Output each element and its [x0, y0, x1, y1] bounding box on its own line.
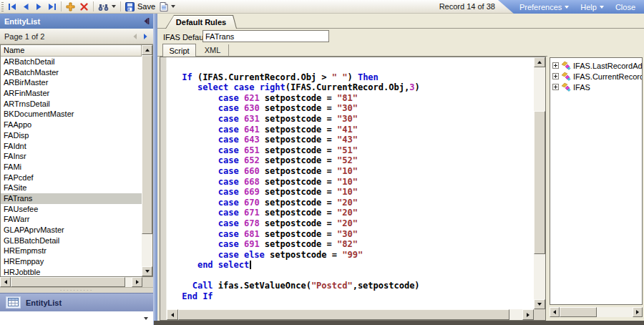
scrollbar-thumb[interactable]	[178, 309, 509, 320]
tree-horizontal-scrollbar[interactable]	[550, 307, 643, 317]
save-button[interactable]: Save	[123, 1, 157, 12]
scrollbar-corner	[534, 309, 545, 320]
expand-plus-icon[interactable]	[552, 84, 559, 90]
scroll-right-button[interactable]	[522, 309, 534, 320]
code-horizontal-scrollbar[interactable]	[167, 309, 534, 320]
rule-icon	[561, 72, 571, 81]
list-item[interactable]: FAUsefee	[1, 204, 142, 215]
triangle-right-icon	[636, 310, 639, 314]
menu-close[interactable]: Close	[615, 3, 635, 11]
list-item[interactable]: FASite	[1, 183, 142, 193]
entity-list-rows: ARBatchDetailARBatchMasterARBirMasterARF…	[1, 57, 142, 276]
vertical-splitter[interactable]	[153, 14, 157, 325]
list-vertical-scrollbar[interactable]	[142, 45, 152, 276]
scrollbar-track[interactable]	[597, 307, 633, 317]
find-button[interactable]	[96, 1, 118, 12]
tab-default-rules[interactable]: Default Rules	[165, 15, 237, 29]
toolbar-drag-handle[interactable]	[1, 2, 4, 11]
scroll-left-button[interactable]	[167, 309, 178, 320]
toolbar-separator	[93, 1, 94, 11]
window-bottom-edge	[154, 321, 644, 325]
list-item[interactable]: FAPcdef	[1, 173, 142, 183]
list-item[interactable]: GLBBatchDetail	[1, 236, 142, 246]
list-item[interactable]: FAWarr	[1, 214, 142, 225]
page-previous-icon[interactable]	[132, 33, 138, 40]
scroll-down-button[interactable]	[534, 299, 545, 309]
list-item[interactable]: BKDocumentMaster	[1, 109, 142, 120]
list-item[interactable]: FAMi	[1, 162, 142, 173]
list-item[interactable]: HRJobtble	[1, 267, 142, 277]
code-editor[interactable]: If (IFAS.CurrentRecord.Obj > " ") Then s…	[167, 57, 534, 309]
scrollbar-corner	[142, 277, 153, 287]
scroll-right-button[interactable]	[132, 277, 142, 287]
tab-script[interactable]: Script	[162, 44, 196, 57]
find-dropdown-arrow[interactable]	[112, 5, 116, 8]
ifas-default-input[interactable]	[203, 30, 329, 42]
scroll-up-button[interactable]	[142, 45, 152, 55]
binoculars-icon	[98, 2, 109, 11]
code-vertical-scrollbar[interactable]	[534, 57, 545, 309]
list-item[interactable]: HREmpmstr	[1, 246, 142, 256]
expand-plus-icon[interactable]	[552, 73, 559, 79]
tree-item[interactable]: IFAS.LastRecordAdd	[550, 60, 642, 71]
previous-record-button[interactable]	[19, 2, 32, 11]
tree-item[interactable]: IFAS.CurrentRecord	[550, 71, 642, 82]
list-item[interactable]: ARBatchMaster	[1, 67, 142, 78]
scrollbar-thumb[interactable]	[560, 307, 597, 317]
toolbar: Save Record 14 of 38 Preferences Help Cl…	[0, 0, 644, 14]
triangle-left-icon	[553, 310, 556, 314]
triangle-down-icon	[537, 303, 542, 306]
menu-preferences-label: Preferences	[519, 3, 562, 11]
menu-help[interactable]: Help	[580, 3, 604, 11]
menu-preferences[interactable]: Preferences	[519, 3, 569, 11]
pager-bar: Page 1 of 2	[0, 29, 153, 44]
scrollbar-track[interactable]	[125, 277, 132, 287]
list-item[interactable]: FADisp	[1, 130, 142, 141]
scrollbar-thumb[interactable]	[11, 277, 125, 287]
horizontal-splitter[interactable]: ··········	[0, 287, 153, 293]
list-item[interactable]: GLAPAprvMaster	[1, 225, 142, 236]
scroll-up-button[interactable]	[534, 57, 545, 67]
first-record-button[interactable]	[6, 2, 19, 11]
list-item[interactable]: ARBatchDetail	[1, 57, 142, 67]
list-item[interactable]: FAAppo	[1, 120, 142, 130]
tree-item[interactable]: IFAS	[550, 82, 642, 92]
triangle-left-icon	[4, 280, 7, 284]
triangle-up-icon	[145, 49, 150, 52]
list-item[interactable]: FATrans	[1, 193, 142, 204]
last-record-button[interactable]	[45, 2, 59, 11]
collapse-panel-icon[interactable]	[142, 17, 150, 25]
chevron-down-icon	[565, 6, 569, 9]
save-button-label: Save	[137, 2, 155, 11]
scroll-right-button[interactable]	[633, 307, 643, 317]
entity-combobox[interactable]	[0, 311, 153, 325]
combobox-dropdown-arrow[interactable]	[144, 317, 148, 320]
list-item[interactable]: ARTrnsDetail	[1, 99, 142, 110]
tab-xml[interactable]: XML	[197, 44, 229, 56]
list-item[interactable]: ARBirMaster	[1, 77, 142, 88]
scrollbar-thumb[interactable]	[534, 111, 545, 254]
new-document-dropdown-arrow[interactable]	[171, 5, 175, 8]
entity-listbox: Name ARBatchDetailARBatchMasterARBirMast…	[0, 44, 153, 277]
column-header-name[interactable]: Name	[1, 45, 142, 57]
list-item[interactable]: FAInsr	[1, 151, 142, 162]
scroll-left-button[interactable]	[0, 277, 11, 287]
next-record-button[interactable]	[32, 2, 45, 11]
toolbar-separator	[61, 1, 62, 11]
new-document-button[interactable]	[157, 1, 177, 12]
scroll-down-button[interactable]	[142, 266, 152, 276]
list-horizontal-scrollbar[interactable]	[0, 277, 153, 287]
new-document-icon	[160, 2, 168, 11]
scroll-left-button[interactable]	[550, 307, 560, 317]
list-item[interactable]: FAIdnt	[1, 141, 142, 152]
next-record-icon	[34, 3, 43, 11]
delete-record-button[interactable]	[77, 1, 91, 12]
scrollbar-thumb[interactable]	[142, 55, 152, 234]
expand-plus-icon[interactable]	[552, 62, 559, 69]
entity-list-bottom-header[interactable]: EntityList	[0, 293, 153, 311]
list-item[interactable]: ARFinMaster	[1, 88, 142, 99]
tab-default-rules-label: Default Rules	[166, 16, 236, 29]
list-item[interactable]: HREmppay	[1, 256, 142, 267]
page-next-icon[interactable]	[142, 33, 149, 40]
add-record-button[interactable]	[64, 1, 77, 12]
